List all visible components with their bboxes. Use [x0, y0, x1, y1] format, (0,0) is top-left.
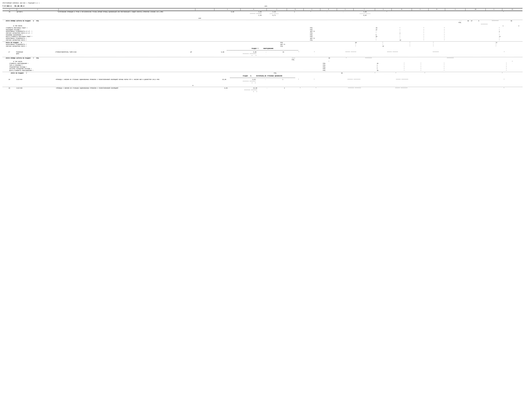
item-val9 — [415, 11, 431, 19]
transport-c1: 1 — [376, 66, 403, 68]
sec6-total-c1: 85 — [355, 42, 382, 44]
item-num: 26 — [2, 11, 17, 19]
page-number: -104- — [264, 5, 268, 7]
in-numbers-label: В ТОМ ЧИСЛЕ: — [6, 25, 451, 27]
item29-c1: 2 — [277, 87, 292, 93]
tara-label: ТАРА И УПАКОВКА = — [9, 65, 323, 66]
calc-salary2-c2: 42 — [399, 39, 423, 41]
item28-c1: 1 — [275, 79, 291, 87]
sec6-c5: 1 — [502, 25, 506, 27]
norm-labor2-label: НОРМАТИВНАЯ ТРУДОЕМКОСТЬ = — [6, 37, 310, 39]
sec7-total-c1: 48 — [341, 72, 374, 74]
sec7-total-label: ИТОГО ПО РАЗДЕЛУ 7 — [11, 72, 274, 74]
item28-code: С132=494 — [16, 79, 55, 87]
item27-desc: •ГРОМКОГОВОРИТЕЛЬ ТАЙГА=304 — [55, 51, 182, 56]
overhead-c1: 31 — [375, 29, 399, 31]
sec6-sal-label: СМЕТНАЯ ЗАРАБОТНАЯ ПЛАТА = — [6, 46, 280, 47]
item27-v1: - — [257, 51, 276, 56]
item29-num: 29 — [2, 87, 16, 93]
item-28-table: 28 С132=494 •ПРОВОДА С ЖИЛАМИ ИЗ СТАЛЬНЫ… — [2, 79, 523, 87]
storage-label: ЗАГОТОВ.=СКЛАДСКИЕ РАСХОДЫ = — [9, 68, 323, 70]
sec7-summary-label: ИТОГО ПРЯМЫЕ ЗАТРАТЫ ПО РАЗДЕЛУ 7 РУБ. — [6, 57, 287, 61]
item27-type: РОЗНИЧНАЯЦЕНА — [16, 51, 55, 56]
sec6-c1: 49 — [466, 20, 470, 24]
item29-desc: •ПРОВОДА С ЖИЛАМИ ИЗ СТАЛЬНЫХ ОЦИНКОВАНН… — [56, 87, 185, 93]
item29-unit — [185, 87, 203, 93]
item29-qty1: 0,09 — [203, 87, 228, 93]
item-val14: * — [503, 11, 523, 19]
sec6-total-label: ИТОГО ПО РАЗДЕЛУ 6 — [6, 42, 280, 44]
montage-costs-table: СТОИМОСТЬ МОНТАЖНЫХ РАБОТ = РУБ. 49 ****… — [2, 27, 523, 41]
section7-title: РАЗДЕЛ 7. ОБОРУДОВАНИЕ — [2, 47, 523, 50]
sec6-c4: 48 — [510, 20, 515, 24]
doc-title: Т.П 503-4 - 55.88 ЛЛ.Х — [2, 5, 24, 7]
item-val13 — [487, 11, 503, 19]
equip-c1: 45 — [376, 63, 403, 65]
montage-c1: 49 — [375, 27, 399, 29]
sec7-c1: 45 — [328, 57, 346, 61]
sec6-c3: 5 — [477, 20, 480, 24]
section7-summary: ИТОГО ПРЯМЫЕ ЗАТРАТЫ ПО РАЗДЕЛУ 7 РУБ. •… — [2, 57, 523, 63]
calc-salary-label: СМЕТНАЯ ЗАРАБОТНАЯ ПЛАТА В Ч.Р. = — [6, 32, 310, 34]
item-val6: 4,00••••••••• ••••••••0,92 — [351, 11, 379, 19]
item-code: Ц8=409=1 — [17, 11, 57, 19]
item-val2: 1 — [286, 11, 303, 19]
item29-code: С132=495 — [16, 87, 55, 93]
section6-total-table: ИТОГО ПО РАЗДЕЛУ 6 РУБ. 85 *** 73 НОРМАТ… — [2, 42, 523, 47]
item-qty2: 4,88•••••••• ••••••••2,36 — [234, 11, 262, 19]
sec6-sal-c2: 42 — [382, 46, 409, 47]
item27-qty2: 5,00••••••••• ••••••••••• • — [225, 51, 257, 56]
header-program: ПРОГРАММНЫЙ КОМПЛЕКС ABC=3EC ( РЕДАКЦИЯ … — [2, 2, 523, 4]
item28-unit: М — [184, 79, 202, 87]
item27-unit: ШТ — [182, 51, 200, 56]
sec6-c6: 2 — [518, 25, 523, 27]
item-val3: * — [303, 11, 319, 19]
item-29-table: 29 С132=495 •ПРОВОДА С ЖИЛАМИ ИЗ СТАЛЬНЫ… — [2, 87, 523, 93]
item-26-table: 26 Ц8=409=1 *ЗАТЯГИВАНИЕ ПРОВОДОВ В ТРУБ… — [2, 11, 523, 19]
planned-label: ПЛАНОВЫЕ НАКОПЛЕНИЯ = — [6, 34, 310, 36]
item-26-row: 26 Ц8=409=1 *ЗАТЯГИВАНИЕ ПРОВОДОВ В ТРУБ… — [2, 11, 523, 19]
overhead-label: НАКЛАДНЫЕ РАСХОДЫ = — [6, 29, 310, 31]
norm-labor-c2: 3 — [499, 31, 523, 32]
section7-equals: ========================================… — [2, 50, 523, 51]
section7-total-table: ИТОГО ПО РАЗДЕЛУ 7 РУБ. 48 **** — [2, 72, 523, 74]
sec6-c2: 37 — [470, 20, 473, 24]
column-header-row: 1 2 1 4 1 5 1 6 1 7 1 8 1 9 1 10 1 11 — [2, 8, 523, 11]
equip-label: СТОИМОСТЬ ОБОРУДОВАНИЯ = — [9, 63, 323, 65]
sec7-c2: * — [328, 61, 346, 63]
tara-c1: 1 — [376, 65, 403, 66]
item27-qty1: 9,00 — [200, 51, 225, 56]
item29-qty2: 22,90••••••••• •••••••••• • — [228, 87, 257, 93]
item-val10 — [431, 11, 447, 19]
item28-qty2: 0,02••••••••• •••••••••• • — [226, 79, 256, 87]
item-val12 — [467, 11, 487, 19]
storage-c1: 1 — [376, 68, 403, 70]
item-val4: - — [319, 11, 335, 19]
total-montage-c1: 65 — [375, 36, 399, 37]
montage-label: СТОИМОСТЬ МОНТАЖНЫХ РАБОТ = — [6, 27, 310, 29]
section6-summary: ИТОГО ПРЯМЫЕ ЗАТРАТЫ ПО РАЗДЕЛУ 6 РУБ. -… — [2, 20, 523, 27]
item28-qty1: 25,00 — [202, 79, 226, 87]
item-val1: 2,33•••••• ••••••••0,71 — [262, 11, 286, 19]
item-unit: 100М — [190, 11, 209, 19]
item-val8 — [395, 11, 415, 19]
item-val5: - — [335, 11, 351, 19]
total-montage-c5: 73 — [499, 36, 523, 37]
planned-c1: 5 — [375, 34, 399, 36]
item28-v1: - — [256, 79, 275, 87]
calc-salary-c2: 4 — [399, 32, 423, 34]
section8-equals: ========================================… — [2, 77, 523, 79]
section8-title: РАЗДЕЛ 8. МАТЕРИАЛЫ,НЕ УЧТЕННЫЕ ЦЕННИКАМ… — [2, 75, 523, 77]
sec6-norm-label: НОРМАТИВНАЯ ТРУДОЕМКОСТЬ = — [6, 44, 280, 46]
transport-label: ТРАНСПОРТНЫЕ РАСХОДЫ = — [9, 66, 323, 68]
item27-c1: 43 — [276, 51, 291, 56]
calc-salary2-label: СМЕТНАЯ ЗАРАБОТНАЯ ПЛАТА = — [6, 39, 310, 41]
equip-costs-table: СТОИМОСТЬ ОБОРУДОВАНИЯ = РУБ. 45 **** ТА… — [2, 63, 523, 71]
item27-num: 27 — [2, 51, 16, 56]
item-qty1: 0,06 — [209, 11, 234, 19]
sec7-in-numbers: В ТОМ ЧИСЛЕ: — [6, 61, 287, 63]
item-val7: * — [379, 11, 395, 19]
item-val11 — [447, 11, 467, 19]
total-equip-c1: 48 — [376, 70, 403, 72]
item28-desc: •ПРОВОДА С ЖИЛАМИ ИЗ СТАЛЬНЫХ ОЦИНКОВАНН… — [55, 79, 184, 87]
